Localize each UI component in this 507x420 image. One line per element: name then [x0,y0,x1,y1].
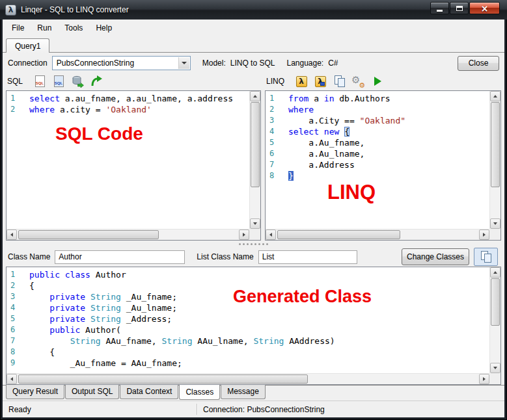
maximize-button[interactable] [450,2,469,14]
class-code[interactable]: public class Author{ private String _Au_… [24,267,489,373]
menu-tools[interactable]: Tools [58,21,89,35]
class-horizontal-scrollbar[interactable] [7,373,489,384]
close-window-button[interactable]: × [469,2,500,14]
client-area: File Run Tools Help Query1 Connection Pu… [3,20,504,417]
connection-dropdown[interactable]: PubsConnectionString [52,56,191,70]
status-ready: Ready [8,405,31,414]
save-sql-button[interactable]: SQL [51,73,66,89]
scroll-up-button[interactable] [490,267,500,278]
scroll-right-button[interactable] [239,230,249,240]
sql-horizontal-scrollbar[interactable] [7,229,249,240]
copy-linq-button[interactable] [331,73,347,89]
class-editor-body[interactable]: 123456789 public class Author{ private S… [7,267,489,373]
sql-panel-header: SQL SQL SQL [6,72,261,90]
window-controls: × [430,2,500,14]
model-label: Model: [202,59,226,68]
sql-editor-body[interactable]: 12 select a.au_fname, a.au_lname, a.addr… [7,91,249,229]
window-title: Linqer - SQL to LINQ converter [21,5,129,14]
menu-run[interactable]: Run [31,21,58,35]
app-window: λ Linqer - SQL to LINQ converter × File … [0,0,507,420]
menu-bar: File Run Tools Help [3,20,504,36]
scroll-thumb[interactable] [491,278,500,326]
database-icon [72,75,84,88]
scroll-thumb[interactable] [18,230,159,239]
copy-icon [480,251,491,263]
settings-button[interactable]: ⚙⚙ [350,73,366,89]
run-linq-button[interactable] [369,73,385,89]
app-lambda-icon: λ [5,5,16,16]
tab-output-sql[interactable]: Output SQL [65,385,119,399]
lambda-save-icon: λ [315,76,326,87]
sql-save-icon: SQL [54,75,64,87]
list-class-name-input[interactable] [258,250,357,264]
scroll-thumb[interactable] [18,374,308,384]
linq-vertical-scrollbar[interactable] [489,91,500,229]
scroll-up-button[interactable] [490,91,500,101]
database-export-button[interactable] [70,73,85,89]
linq-editor[interactable]: 12345678 from a in db.Authorswhere a.Cit… [265,90,501,241]
class-header: Class Name List Class Name Change Classe… [6,247,501,267]
sql-vertical-scrollbar[interactable] [249,91,260,229]
tab-query1[interactable]: Query1 [6,38,49,53]
linq-editor-body[interactable]: 12345678 from a in db.Authorswhere a.Cit… [266,91,489,229]
scroll-left-button[interactable] [7,230,17,240]
sql-panel: SQL SQL SQL [6,72,261,241]
dropdown-button[interactable] [178,57,189,69]
scroll-thumb[interactable] [277,230,400,239]
menu-help[interactable]: Help [89,21,118,35]
scroll-thumb[interactable] [491,102,500,187]
copy-class-button[interactable] [474,248,498,266]
sql-document-icon: SQL [35,75,45,87]
minimize-button[interactable] [430,2,449,14]
convert-arrow-icon [90,75,103,87]
sql-code[interactable]: select a.au_fname, a.au_lname, a.address… [24,91,249,229]
tab-data-context[interactable]: Data Context [120,385,178,399]
sql-editor[interactable]: 12 select a.au_fname, a.au_lname, a.addr… [6,90,261,241]
titlebar[interactable]: λ Linqer - SQL to LINQ converter × [0,0,507,20]
gears-icon: ⚙⚙ [351,75,364,88]
language-label: Language: [286,59,323,68]
scroll-down-button[interactable] [250,218,260,229]
class-vertical-scrollbar[interactable] [489,267,500,373]
tab-classes[interactable]: Classes [179,385,220,400]
class-line-numbers: 123456789 [7,267,24,373]
convert-to-linq-button[interactable] [89,73,104,89]
scroll-thumb[interactable] [251,102,260,187]
scroll-right-button[interactable] [479,374,489,384]
scroll-up-button[interactable] [250,91,260,101]
scroll-left-button[interactable] [266,230,276,240]
model-value: LINQ to SQL [230,59,275,68]
language-value: C# [328,59,338,68]
query-page: Connection PubsConnectionString Model: L… [3,52,504,385]
horizontal-splitter[interactable] [6,241,501,247]
status-separator [197,404,197,415]
scroll-down-button[interactable] [490,363,500,373]
copy-icon [334,75,345,87]
tab-message[interactable]: Message [221,385,266,399]
scroll-right-button[interactable] [479,230,489,240]
close-query-button[interactable]: Close [458,56,499,71]
linq-panel-header: LINQ λ λ ⚙⚙ [265,72,501,90]
linq-panel: LINQ λ λ ⚙⚙ [265,72,501,241]
menu-file[interactable]: File [5,21,31,35]
tab-query-result[interactable]: Query Result [6,385,64,399]
scroll-left-button[interactable] [7,374,17,384]
status-bar: Ready Connection: PubsConnectionString [3,400,504,417]
open-linq-button[interactable]: λ [294,73,309,89]
scrollbar-corner [249,229,260,240]
close-icon: × [481,4,489,13]
class-editor[interactable]: 123456789 public class Author{ private S… [6,267,501,385]
scroll-down-button[interactable] [490,218,500,229]
editor-panels: SQL SQL SQL [6,72,501,241]
save-linq-button[interactable]: λ [312,73,328,89]
class-name-input[interactable] [55,250,185,264]
linq-horizontal-scrollbar[interactable] [266,229,489,240]
chevron-down-icon [182,62,187,64]
sql-panel-label: SQL [7,77,23,86]
connection-dropdown-value: PubsConnectionString [57,59,134,68]
open-sql-button[interactable]: SQL [32,73,48,89]
linq-code[interactable]: from a in db.Authorswhere a.City == "Oak… [283,91,489,229]
maximize-icon [456,6,463,11]
change-classes-button[interactable]: Change Classes [402,248,469,265]
result-tabstrip: Query Result Output SQL Data Context Cla… [3,385,504,400]
